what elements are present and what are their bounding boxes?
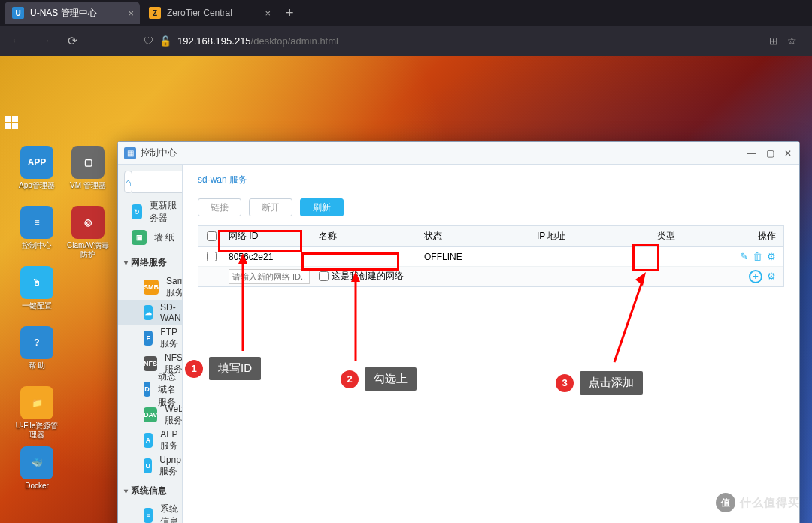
sidebar-item-icon: NFS <box>144 356 157 371</box>
sidebar-item[interactable]: AAFP服务 <box>118 428 182 453</box>
sidebar-item-icon: U <box>144 458 152 473</box>
sidebar-item-label: FTP服务 <box>160 327 182 350</box>
sidebar-item-icon: ☁ <box>144 305 153 320</box>
col-ip[interactable]: IP 地址 <box>532 230 653 243</box>
new-tab-button[interactable]: + <box>278 5 301 21</box>
sidebar-item-label: Upnp服务 <box>159 455 182 478</box>
delete-icon[interactable]: 🗑 <box>753 251 762 262</box>
desktop-icon[interactable]: ≡控制中心 <box>14 206 60 263</box>
table-header-row: 网络 ID 名称 状态 IP 地址 类型 操作 <box>198 226 783 247</box>
app-label: 一键配置 <box>22 301 52 310</box>
app-icon: ▢ <box>71 146 105 179</box>
new-network-id-input[interactable] <box>229 269 310 284</box>
col-type[interactable]: 类型 <box>653 230 735 243</box>
row-checkbox[interactable] <box>207 252 217 262</box>
sidebar-item[interactable]: ≡系统信息 <box>118 503 182 523</box>
sidebar-item-icon: SMB <box>144 280 159 295</box>
forward-button[interactable]: → <box>36 31 54 50</box>
desktop-wallpaper: APPApp管理器▢VM 管理器≡控制中心◎ClamAV病毒防护🖱一键配置?帮 … <box>0 56 812 523</box>
maximize-button[interactable]: ▢ <box>765 148 775 159</box>
sidebar: ⌂ 🔍 ↻更新服务器▣墙 纸 网络服务 SMBSamba服务☁SD-WANFFT… <box>118 165 183 523</box>
window-title-text: 控制中心 <box>141 147 177 159</box>
shield-icon[interactable]: 🛡 <box>144 35 153 47</box>
sidebar-search-input[interactable] <box>132 171 183 193</box>
app-icon: 🖱 <box>20 266 53 299</box>
table-input-row: 这是我创建的网络 + ⚙ <box>198 267 783 286</box>
sidebar-item-icon: ↻ <box>132 204 142 219</box>
browser-tab-strip: U U-NAS 管理中心 × Z ZeroTier Central × + <box>0 0 812 26</box>
select-all-checkbox[interactable] <box>207 231 217 241</box>
tab-unas[interactable]: U U-NAS 管理中心 × <box>5 2 140 24</box>
tab-title: U-NAS 管理中心 <box>30 7 97 20</box>
refresh-button[interactable]: 刷新 <box>300 198 344 216</box>
edit-icon[interactable]: ✎ <box>740 251 748 262</box>
reload-button[interactable]: ⟳ <box>65 31 80 51</box>
settings-icon[interactable]: ⚙ <box>767 271 776 282</box>
sidebar-item[interactable]: UUpnp服务 <box>118 453 182 479</box>
svg-line-4 <box>614 280 643 362</box>
url-text: 192.168.195.215/desktop/admin.html <box>177 35 338 47</box>
sidebar-item-label: WebDAV服务 <box>165 404 183 427</box>
back-button[interactable]: ← <box>8 31 26 50</box>
col-status[interactable]: 状态 <box>420 230 532 243</box>
add-network-button[interactable]: + <box>749 270 762 283</box>
favicon-unas: U <box>12 7 24 19</box>
browser-toolbar: ← → ⟳ 🛡 🔓 192.168.195.215/desktop/admin.… <box>0 26 812 56</box>
url-bar[interactable]: 🛡 🔓 192.168.195.215/desktop/admin.html <box>91 35 759 47</box>
main-panel: sd-wan 服务 链接 断开 刷新 网络 ID 名称 状态 IP 地址 类型 … <box>183 165 799 523</box>
desktop-icon[interactable]: 🖱一键配置 <box>14 266 60 323</box>
home-button[interactable]: ⌂ <box>124 171 132 193</box>
network-table: 网络 ID 名称 状态 IP 地址 类型 操作 8056c2e21 OFFLIN… <box>198 225 784 287</box>
sidebar-item[interactable]: DAVWebDAV服务 <box>118 402 182 428</box>
sidebar-item-icon: D <box>144 382 150 397</box>
lock-insecure-icon[interactable]: 🔓 <box>159 35 171 47</box>
cell-network-id: 8056c2e21 <box>224 252 314 262</box>
col-name[interactable]: 名称 <box>314 230 420 243</box>
breadcrumb[interactable]: sd-wan 服务 <box>183 165 799 198</box>
sidebar-item-icon: F <box>144 331 153 346</box>
col-network-id[interactable]: 网络 ID <box>224 230 314 243</box>
qr-icon[interactable]: ⊞ <box>769 35 778 47</box>
sidebar-item[interactable]: FFTP服务 <box>118 325 182 351</box>
desktop-icon[interactable]: 📁U-File资源管理器 <box>14 386 60 443</box>
sidebar-item[interactable]: D动态域名服务 <box>118 376 182 402</box>
app-icon: ? <box>20 326 53 359</box>
sidebar-group-system[interactable]: 系统信息 <box>118 479 182 503</box>
control-center-window: ▦ 控制中心 — ▢ ✕ ⌂ 🔍 ↻更新服务器▣墙 纸 网络服务 SMBSamb… <box>117 141 800 523</box>
self-created-label: 这是我创建的网络 <box>332 270 404 283</box>
window-titlebar[interactable]: ▦ 控制中心 — ▢ ✕ <box>118 142 799 165</box>
sidebar-item-icon: ≡ <box>144 508 153 523</box>
apps-grid-icon[interactable] <box>5 116 18 129</box>
desktop-icon[interactable]: ▢VM 管理器 <box>65 146 111 203</box>
tab-zerotier[interactable]: Z ZeroTier Central × <box>141 2 277 24</box>
sidebar-item-label: 系统信息 <box>160 503 182 523</box>
bookmark-star-icon[interactable]: ☆ <box>787 35 797 47</box>
desktop-icon[interactable]: APPApp管理器 <box>14 146 60 203</box>
sidebar-item[interactable]: SMBSamba服务 <box>118 274 182 300</box>
close-icon[interactable]: × <box>265 8 271 19</box>
desktop-icon[interactable]: ?帮 助 <box>14 326 60 383</box>
link-button[interactable]: 链接 <box>198 198 241 216</box>
app-label: 控制中心 <box>22 241 52 250</box>
sidebar-item-label: Samba服务 <box>166 276 183 299</box>
minimize-button[interactable]: — <box>747 148 757 159</box>
sidebar-item-label: 更新服务器 <box>150 199 182 225</box>
close-window-button[interactable]: ✕ <box>783 148 793 159</box>
desktop-icon[interactable]: ◎ClamAV病毒防护 <box>65 206 111 263</box>
desktop-icon[interactable]: 🐳Docker <box>14 446 60 503</box>
disconnect-button[interactable]: 断开 <box>249 198 292 216</box>
app-icon: 📁 <box>20 386 53 419</box>
sidebar-group-network[interactable]: 网络服务 <box>118 250 182 274</box>
close-icon[interactable]: × <box>128 8 134 19</box>
sidebar-item[interactable]: ☁SD-WAN <box>118 300 182 325</box>
sidebar-item-icon: A <box>144 433 153 448</box>
settings-icon[interactable]: ⚙ <box>767 251 776 262</box>
self-created-checkbox[interactable] <box>319 271 329 281</box>
sidebar-item[interactable]: ▣墙 纸 <box>118 225 182 250</box>
sidebar-item-label: AFP服务 <box>160 429 182 452</box>
annotation-callout-3: 3点击添加 <box>556 371 643 395</box>
sidebar-item-label: SD-WAN <box>160 302 182 323</box>
cell-status: OFFLINE <box>420 252 532 262</box>
table-row[interactable]: 8056c2e21 OFFLINE ✎ 🗑 ⚙ <box>198 247 783 267</box>
sidebar-item[interactable]: ↻更新服务器 <box>118 199 182 225</box>
